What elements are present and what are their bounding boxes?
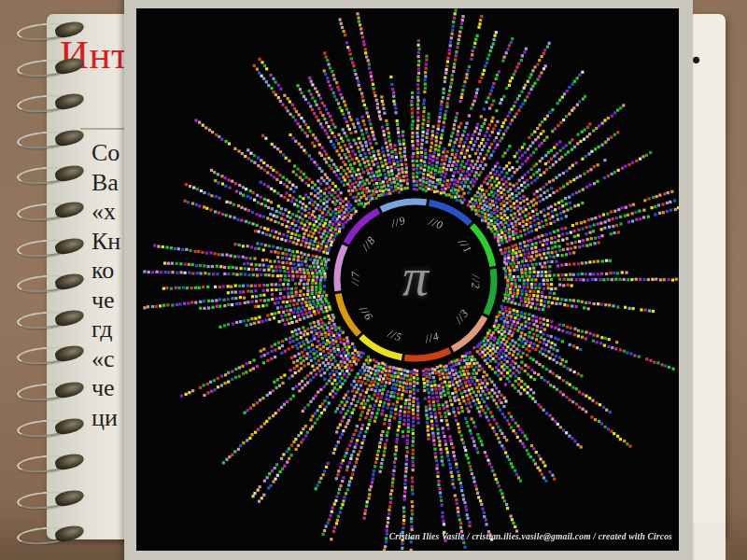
- body-text-line: «с: [92, 345, 115, 373]
- body-text-line: Со: [92, 139, 120, 167]
- spiral-coil: [6, 525, 92, 545]
- ring-digit-label: //2: [468, 274, 483, 289]
- presentation-slide: { "slide": { "title_fragment": "Инт", "t…: [0, 0, 747, 560]
- pi-image-frame: π Cristian Ilies Vasile / cristian.ilies…: [124, 0, 693, 560]
- body-text-line: Кн: [92, 228, 120, 256]
- notebook-page-edge: [693, 523, 726, 560]
- spiral-coil: [6, 201, 92, 221]
- coil-hole: [54, 488, 86, 509]
- pi-symbol: π: [402, 247, 429, 307]
- spiral-coil: [6, 273, 92, 293]
- body-text-line: че: [92, 287, 115, 315]
- spiral-coil: [6, 57, 92, 77]
- ring-digit-label: //7: [348, 271, 363, 286]
- spiral-coil: [6, 21, 92, 41]
- spiral-coil: [6, 237, 92, 258]
- coil-hole: [54, 55, 86, 76]
- spiral-coil: [6, 453, 92, 473]
- image-credit-text: Cristian Ilies Vasile / cristian.ilies.v…: [389, 532, 672, 541]
- coil-hole: [54, 308, 86, 329]
- coil-hole: [54, 415, 86, 436]
- spiral-coil: [6, 309, 92, 329]
- body-text-line: гд: [92, 315, 113, 343]
- spiral-coil: [6, 344, 92, 365]
- coil-hole: [54, 128, 86, 148]
- body-text-line: ци: [92, 404, 118, 432]
- spiral-coil: [6, 417, 92, 438]
- spiral-coil: [6, 92, 92, 113]
- spiral-coil: [6, 489, 92, 510]
- body-text-line: ко: [92, 257, 114, 285]
- coil-hole: [54, 235, 86, 256]
- body-text-line: «х: [92, 198, 116, 226]
- pi-circos-visualization: π Cristian Ilies Vasile / cristian.ilies…: [136, 8, 679, 551]
- spiral-coil: [6, 129, 92, 149]
- spiral-coil: [6, 381, 92, 401]
- spiral-coil: [6, 164, 92, 185]
- body-text-line: че: [92, 374, 115, 402]
- body-text-line: Ва: [92, 169, 119, 197]
